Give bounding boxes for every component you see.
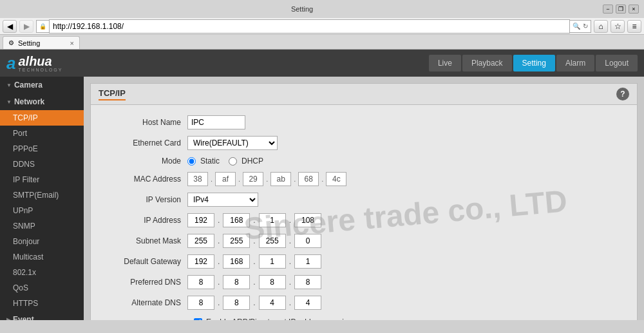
ip-field-2[interactable] xyxy=(223,213,250,227)
gateway-field-3[interactable] xyxy=(259,254,286,269)
logo: a alhua TECHNOLOGY xyxy=(6,53,62,73)
restore-button[interactable]: ❐ xyxy=(616,5,626,14)
sidebar-network[interactable]: Network xyxy=(0,93,84,110)
mac-field-1[interactable] xyxy=(187,172,208,186)
sidebar-item-multicast[interactable]: Multicast xyxy=(0,249,84,265)
mac-field-2[interactable] xyxy=(215,172,236,186)
sidebar-item-qos[interactable]: QoS xyxy=(0,280,84,296)
mac-field-6[interactable] xyxy=(326,172,346,186)
header-nav: Live Playback Setting Alarm Logout xyxy=(429,55,638,71)
ip-address-control: . . . xyxy=(187,213,321,227)
gateway-control: . . . xyxy=(187,254,321,269)
alternate-dns-field-3[interactable] xyxy=(259,296,286,310)
alternate-dns-row: Alternate DNS . . . xyxy=(104,296,624,310)
arp-ping-checkbox[interactable] xyxy=(194,318,202,321)
tab-close-icon[interactable]: × xyxy=(70,39,74,47)
sidebar-event[interactable]: Event xyxy=(0,311,84,320)
alternate-dns-field-4[interactable] xyxy=(294,296,321,310)
mode-dhcp-radio[interactable] xyxy=(229,157,237,166)
preferred-dns-field-3[interactable] xyxy=(259,275,286,289)
sidebar-item-snmp[interactable]: SNMP xyxy=(0,218,84,234)
sidebar-item-port[interactable]: Port xyxy=(0,126,84,141)
content: TCP/IP ? Host Name Ether xyxy=(84,77,644,320)
subnet-field-4[interactable] xyxy=(294,234,321,248)
sidebar-item-bonjour[interactable]: Bonjour xyxy=(0,234,84,249)
ip-version-control: IPv4 xyxy=(187,193,258,207)
preferred-dns-field-4[interactable] xyxy=(294,275,321,289)
bookmark-button[interactable]: ☆ xyxy=(611,20,625,33)
sidebar-item-ip-filter[interactable]: IP Filter xyxy=(0,172,84,187)
host-name-label: Host Name xyxy=(104,118,187,127)
ethernet-select[interactable]: Wire(DEFAULT) xyxy=(187,136,278,150)
nav-logout[interactable]: Logout xyxy=(596,55,638,71)
alternate-dns-field-2[interactable] xyxy=(223,296,250,310)
host-name-input[interactable] xyxy=(187,115,245,129)
help-button[interactable]: ? xyxy=(616,88,629,100)
mode-static-radio[interactable] xyxy=(187,157,196,166)
nav-alarm[interactable]: Alarm xyxy=(556,55,594,71)
ethernet-row: Ethernet Card Wire(DEFAULT) xyxy=(104,136,624,150)
subnet-field-2[interactable] xyxy=(223,234,250,248)
home-button[interactable]: ⌂ xyxy=(594,20,608,33)
mac-field-3[interactable] xyxy=(243,172,263,186)
mac-field-5[interactable] xyxy=(298,172,319,186)
mode-dhcp-label: DHCP xyxy=(242,157,263,166)
window-title: Setting xyxy=(5,5,599,13)
active-tab[interactable]: ⚙ Setting × xyxy=(3,36,80,49)
mac-label: MAC Address xyxy=(104,175,187,184)
address-input[interactable] xyxy=(49,19,570,33)
sidebar-item-802-1x[interactable]: 802.1x xyxy=(0,265,84,280)
sidebar-item-upnp[interactable]: UPnP xyxy=(0,203,84,218)
ip-field-4[interactable] xyxy=(294,213,321,227)
close-window-button[interactable]: × xyxy=(629,5,639,14)
ip-version-row: IP Version IPv4 xyxy=(104,193,624,207)
back-button[interactable]: ◀ xyxy=(3,20,17,33)
host-name-row: Host Name xyxy=(104,115,624,129)
mode-label: Mode xyxy=(104,157,187,166)
nav-setting[interactable]: Setting xyxy=(513,55,555,71)
ethernet-label: Ethernet Card xyxy=(104,138,187,147)
gateway-field-2[interactable] xyxy=(223,254,250,269)
gateway-field-1[interactable] xyxy=(187,254,214,269)
sidebar-item-smtp[interactable]: SMTP(Email) xyxy=(0,187,84,203)
sidebar-item-ddns[interactable]: DDNS xyxy=(0,157,84,172)
form-area: Host Name Ethernet Card Wire(DEFAULT) xyxy=(91,105,637,320)
logo-text: alhua xyxy=(18,55,62,68)
mac-field-4[interactable] xyxy=(270,172,291,186)
preferred-dns-field-1[interactable] xyxy=(187,275,214,289)
browser-nav-bar: ◀ ▶ 🔒 🔍 ↻ ⌂ ☆ ≡ xyxy=(0,18,644,35)
menu-button[interactable]: ≡ xyxy=(627,20,641,33)
alternate-dns-label: Alternate DNS xyxy=(104,298,187,307)
ethernet-control: Wire(DEFAULT) xyxy=(187,136,278,150)
mode-row: Mode Static DHCP xyxy=(104,157,624,166)
sidebar-item-tcp-ip[interactable]: TCP/IP xyxy=(0,110,84,126)
ip-field-1[interactable] xyxy=(187,213,214,227)
preferred-dns-row: Preferred DNS . . . xyxy=(104,275,624,289)
minimize-button[interactable]: − xyxy=(603,5,613,14)
address-security-icon: 🔒 xyxy=(39,23,46,30)
app: a alhua TECHNOLOGY Live Playback Setting… xyxy=(0,50,644,320)
subnet-field-1[interactable] xyxy=(187,234,214,248)
sidebar-camera[interactable]: Camera xyxy=(0,77,84,93)
ip-field-3[interactable] xyxy=(259,213,286,227)
alternate-dns-field-1[interactable] xyxy=(187,296,214,310)
subnet-row: Subnet Mask . . . xyxy=(104,234,624,248)
nav-playback[interactable]: Playback xyxy=(462,55,512,71)
mac-row: MAC Address . . . . xyxy=(104,172,624,186)
reload-icon[interactable]: ↻ xyxy=(583,23,588,30)
title-bar: Setting − ❐ × xyxy=(0,0,644,18)
subnet-field-3[interactable] xyxy=(259,234,286,248)
app-header: a alhua TECHNOLOGY Live Playback Setting… xyxy=(0,50,644,77)
gateway-field-4[interactable] xyxy=(294,254,321,269)
logo-a: a xyxy=(6,53,15,73)
subnet-label: Subnet Mask xyxy=(104,236,187,245)
nav-live[interactable]: Live xyxy=(429,55,461,71)
sidebar-item-pppoe[interactable]: PPPoE xyxy=(0,141,84,157)
preferred-dns-field-2[interactable] xyxy=(223,275,250,289)
panel-title: TCP/IP xyxy=(99,88,126,100)
tab-favicon: ⚙ xyxy=(8,39,14,46)
forward-button[interactable]: ▶ xyxy=(19,20,33,33)
sidebar-item-https[interactable]: HTTPS xyxy=(0,296,84,311)
subnet-control: . . . xyxy=(187,234,321,248)
ip-version-select[interactable]: IPv4 xyxy=(187,193,258,207)
